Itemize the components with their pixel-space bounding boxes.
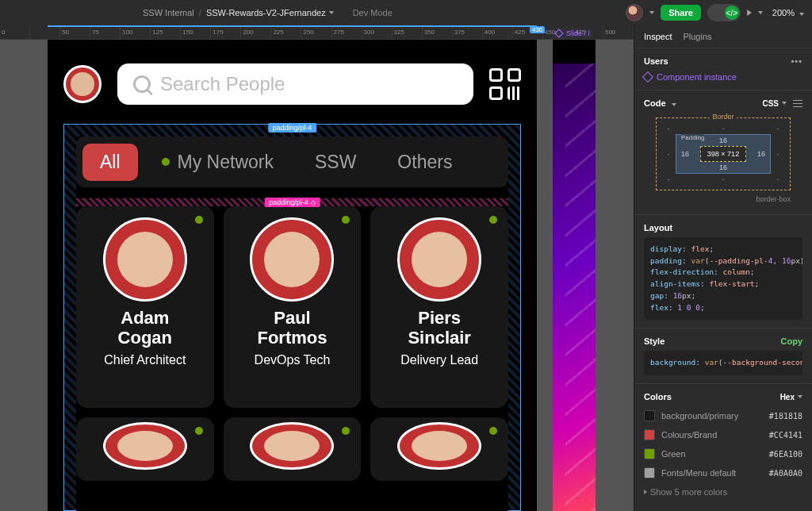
pad-bottom: 16: [719, 163, 727, 171]
tab-inspect[interactable]: Inspect: [644, 32, 672, 41]
chevron-down-icon[interactable]: [649, 11, 654, 14]
padding-label-inner: padding/pl-4: [264, 198, 320, 207]
code-icon: </>: [725, 6, 739, 20]
color-name: background/primary: [661, 411, 738, 421]
person-card[interactable]: AdamCoganChief Architect: [76, 206, 214, 408]
color-mode-select[interactable]: Hex: [780, 393, 802, 402]
person-card[interactable]: [224, 417, 362, 481]
content-size: 398 × 712: [700, 146, 746, 162]
user-avatar[interactable]: [63, 65, 102, 103]
status-dot: [489, 427, 497, 435]
pad-right: 16: [757, 150, 765, 158]
person-role: Chief Architect: [104, 353, 186, 367]
section-title-users: Users: [644, 56, 668, 66]
tab-plugins[interactable]: Plugins: [683, 32, 711, 41]
color-swatch: [644, 410, 655, 421]
copy-button[interactable]: Copy: [781, 336, 803, 346]
zoom-level[interactable]: 200%: [772, 8, 804, 17]
show-more-colors[interactable]: Show 5 more colors: [644, 482, 802, 497]
person-avatar: [250, 422, 334, 470]
color-row[interactable]: Colours/Brand#CC4141: [644, 425, 802, 444]
person-avatar: [250, 217, 334, 302]
section-title-colors: Colors: [644, 392, 672, 402]
color-swatch: [644, 448, 655, 459]
chevron-down-icon[interactable]: [758, 11, 763, 14]
status-dot: [489, 216, 497, 224]
tab-label: All: [100, 152, 121, 173]
box-model-diagram: Border --- - Padding 16 16 398 × 712 16 …: [656, 117, 791, 203]
person-avatar: [103, 217, 187, 302]
person-card[interactable]: PaulFortmosDevOps Tech: [224, 206, 362, 408]
style-code[interactable]: background: var(--background-secondary,: [644, 351, 802, 375]
artboard-secondary[interactable]: [553, 40, 596, 511]
padding-label: Padding: [681, 134, 704, 141]
person-name: AdamCogan: [118, 308, 172, 348]
color-hex: #6EA100: [769, 450, 802, 459]
color-name: Colours/Brand: [661, 430, 717, 440]
play-icon[interactable]: [747, 10, 752, 16]
mode-badge: Dev Mode: [353, 8, 393, 17]
section-title-style: Style: [644, 336, 665, 346]
layout-code[interactable]: display: flex; padding: var(--padding-pl…: [644, 237, 802, 320]
tab-label: SSW: [315, 152, 356, 173]
chevron-down-icon[interactable]: [329, 11, 334, 14]
color-hex: #181818: [769, 412, 802, 421]
person-name: PiersSinclair: [408, 308, 470, 348]
chevron-down-icon[interactable]: [672, 103, 676, 106]
color-row[interactable]: Fonts/Menu default#A0A0A0: [644, 463, 802, 482]
color-swatch: [644, 467, 655, 478]
search-input[interactable]: Search People: [117, 63, 473, 105]
gradient-bg: [553, 63, 596, 511]
chevron-down-icon: [799, 13, 804, 16]
filter-tab[interactable]: SSW: [297, 144, 373, 181]
person-role: Delivery Lead: [400, 353, 478, 367]
more-icon[interactable]: •••: [791, 56, 802, 66]
artboard-main[interactable]: Search People padding/pl-4 padding/pl-4 …: [48, 40, 537, 511]
color-hex: #CC4141: [769, 431, 802, 440]
filter-tab[interactable]: My Network: [144, 144, 291, 181]
component-instance-link[interactable]: Component instance: [644, 72, 802, 82]
filter-tabs: AllMy NetworkSSWOthers: [76, 136, 508, 187]
color-name: Fonts/Menu default: [661, 468, 736, 478]
status-dot: [342, 427, 350, 435]
status-dot: [342, 216, 350, 224]
chevron-right-icon: [644, 490, 647, 494]
section-title-code: Code: [644, 98, 676, 108]
person-role: DevOps Tech: [255, 353, 331, 367]
status-dot: [195, 427, 203, 435]
color-name: Green: [661, 449, 686, 459]
filter-tab[interactable]: All: [82, 144, 138, 181]
share-button[interactable]: Share: [661, 5, 701, 21]
person-card[interactable]: PiersSinclairDelivery Lead: [370, 206, 508, 408]
dev-mode-toggle[interactable]: </>: [707, 4, 741, 21]
box-sizing-note: border-box: [656, 195, 791, 203]
ruler-marker: 430: [530, 26, 545, 33]
settings-icon[interactable]: [793, 99, 802, 107]
search-icon: [133, 75, 151, 93]
pad-top: 16: [719, 136, 727, 144]
user-avatar[interactable]: [626, 4, 643, 21]
person-avatar: [103, 422, 187, 470]
search-placeholder: Search People: [160, 73, 285, 95]
color-row[interactable]: background/primary#181818: [644, 406, 802, 425]
person-card[interactable]: [370, 417, 508, 481]
color-hex: #A0A0A0: [769, 469, 802, 478]
color-row[interactable]: Green#6EA100: [644, 444, 802, 463]
design-canvas[interactable]: 0507510012515017520022525027530032535037…: [0, 25, 634, 511]
status-dot: [195, 216, 203, 224]
pad-left: 16: [681, 150, 689, 158]
color-list: background/primary#181818Colours/Brand#C…: [644, 406, 802, 482]
code-lang-select[interactable]: CSS: [762, 99, 787, 108]
filter-tab[interactable]: Others: [380, 144, 469, 181]
project-name[interactable]: SSW Internal: [143, 8, 194, 17]
qr-icon[interactable]: [489, 68, 521, 100]
inspector-panel: Inspect Plugins Users ••• Component inst…: [634, 25, 812, 511]
artboard-label[interactable]: Slide / I: [553, 29, 593, 38]
people-grid: AdamCoganChief ArchitectPaulFortmosDevOp…: [76, 206, 508, 511]
file-name[interactable]: SSW-Rewards-V2-JFernandez: [206, 8, 334, 17]
person-avatar: [397, 422, 481, 470]
tab-label: Others: [397, 152, 452, 173]
person-card[interactable]: [76, 417, 214, 481]
padding-label-top: padding/pl-4: [268, 123, 317, 133]
border-label: Border: [709, 113, 737, 121]
